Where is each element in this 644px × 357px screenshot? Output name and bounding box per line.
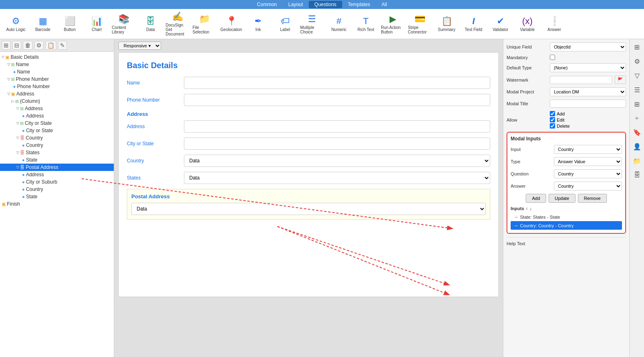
tree-country-field[interactable]: ● Country xyxy=(0,142,114,149)
tab-questions[interactable]: Questions xyxy=(309,1,342,8)
expand-postal[interactable]: ▽ xyxy=(16,165,19,169)
far-right-folder-icon[interactable]: 📁 xyxy=(631,155,643,166)
expand-city[interactable]: ▽ xyxy=(16,121,19,125)
toolbar-button[interactable]: ⬜ Button xyxy=(57,15,82,33)
tree-country-group[interactable]: ▽ 🗄 Country xyxy=(0,134,114,142)
toolbar-multiple-choice[interactable]: ☰ Multiple Choice xyxy=(299,13,325,35)
toolbar-answer[interactable]: ❕ Answer xyxy=(542,15,567,33)
far-right-bookmark-icon[interactable]: 🔖 xyxy=(631,127,643,138)
tree-postal-address[interactable]: ▽ 🗄 Postal Address xyxy=(0,164,114,171)
far-right-expand-icon[interactable]: ⊞ xyxy=(633,42,641,53)
tab-templates[interactable]: Templates xyxy=(342,1,376,8)
expand-name[interactable]: ▽ xyxy=(7,62,10,67)
expand-address-sub[interactable]: ▽ xyxy=(16,106,19,111)
expand-address[interactable]: ▽ xyxy=(7,92,10,96)
form-input-name[interactable] xyxy=(184,77,490,89)
down-arrow-icon[interactable]: ↓ xyxy=(530,206,532,211)
tree-finish[interactable]: ▣ Finish xyxy=(0,200,114,208)
toolbar-text-field[interactable]: I Text Field xyxy=(461,15,486,33)
far-right-settings-icon[interactable]: ⚙ xyxy=(633,56,642,67)
allow-edit-checkbox[interactable] xyxy=(550,117,555,122)
toolbar-ink[interactable]: ✒ Ink xyxy=(246,15,271,33)
allow-add-checkbox[interactable] xyxy=(550,111,555,116)
toolbar-variable[interactable]: (x) Variable xyxy=(515,15,540,33)
toolbar-data[interactable]: 🗄 Data xyxy=(138,15,163,33)
tree-phone-field[interactable]: ● Phone Number xyxy=(0,83,114,90)
tree-city-group[interactable]: ▽ ⊞ City or State xyxy=(0,120,114,127)
far-right-grid-icon[interactable]: ⊞ xyxy=(633,99,641,110)
tree-postal-city[interactable]: ● City or Suburb xyxy=(0,178,114,186)
lt-settings-btn[interactable]: ⚙ xyxy=(34,41,44,50)
prop-unique-field-select[interactable]: ObjectId xyxy=(550,42,626,51)
tree-basic-details[interactable]: ▽ ▣ Basic Details xyxy=(0,53,114,61)
far-right-person-icon[interactable]: 👤 xyxy=(631,141,643,152)
expand-basic-details[interactable]: ▽ xyxy=(2,55,4,59)
prop-modal-project-select[interactable]: Location DM xyxy=(550,87,626,96)
toolbar-chart[interactable]: 📊 Chart xyxy=(84,15,109,33)
lt-list-btn[interactable]: ⊟ xyxy=(12,41,21,50)
tree-address-group[interactable]: ▽ ▣ Address xyxy=(0,90,114,98)
tree-postal-address-field[interactable]: ● Address xyxy=(0,171,114,178)
prop-modal-title-input[interactable]: Postal Address xyxy=(550,100,626,108)
tree-name-field[interactable]: ● Name xyxy=(0,68,114,75)
far-right-calc-icon[interactable]: ÷ xyxy=(633,113,640,124)
tree-postal-state[interactable]: ● State xyxy=(0,193,114,200)
mi-update-btn[interactable]: Update xyxy=(549,194,575,203)
far-right-db-icon[interactable]: 🗄 xyxy=(632,170,642,180)
toolbar-autologic[interactable]: ⚙ Auto Logic xyxy=(3,15,29,33)
input-list-item-state[interactable]: → State: States - State xyxy=(511,213,622,221)
tab-all[interactable]: All xyxy=(376,1,393,8)
expand-phone[interactable]: ▽ xyxy=(7,77,10,81)
mi-question-select[interactable]: Country xyxy=(554,169,622,178)
tree-phone-group[interactable]: ▽ ⊞ Phone Number xyxy=(0,75,114,83)
toolbar-stripe-connector[interactable]: 💳 Stripe Connector xyxy=(407,13,432,35)
mi-add-btn[interactable]: Add xyxy=(526,194,546,203)
tab-common[interactable]: Common xyxy=(251,1,283,8)
far-right-filter-icon[interactable]: ▽ xyxy=(633,70,641,81)
form-select-states[interactable]: Data xyxy=(184,172,490,184)
mi-remove-btn[interactable]: Remove xyxy=(578,194,607,203)
postal-section-select[interactable]: Data xyxy=(131,203,486,215)
toolbar-file-selection[interactable]: 📁 File Selection xyxy=(192,13,217,35)
form-input-phone[interactable] xyxy=(184,94,490,106)
toolbar-summary[interactable]: 📋 Summary xyxy=(434,15,459,33)
far-right-list-icon[interactable]: ☰ xyxy=(633,84,642,95)
prop-watermark-input[interactable] xyxy=(550,76,612,84)
form-select-country[interactable]: Data xyxy=(184,155,490,167)
tree-state-field[interactable]: ● State xyxy=(0,156,114,164)
tree-name-group[interactable]: ▽ ⊞ Name xyxy=(0,61,114,68)
toolbar-barcode[interactable]: ▦ Barcode xyxy=(30,15,55,33)
lt-grid-btn[interactable]: ⊞ xyxy=(2,41,11,50)
mi-answer-select[interactable]: Country xyxy=(554,182,622,191)
form-input-address[interactable] xyxy=(184,120,490,133)
tab-layout[interactable]: Layout xyxy=(283,1,309,8)
toolbar-numeric[interactable]: # Numeric xyxy=(326,15,352,33)
expand-column[interactable]: ▷ xyxy=(11,99,14,103)
toolbar-run-action[interactable]: ▶ Run Action Button xyxy=(380,13,405,35)
tree-address-field[interactable]: ● Address xyxy=(0,112,114,120)
prop-watermark-btn[interactable]: 🚩 xyxy=(615,75,626,84)
form-input-city[interactable] xyxy=(184,137,490,150)
up-arrow-icon[interactable]: ↑ xyxy=(526,206,528,211)
toolbar-rich-text[interactable]: T Rich Text xyxy=(353,15,378,33)
tree-states-group[interactable]: ▽ 🗄 States xyxy=(0,149,114,156)
expand-states[interactable]: ▽ xyxy=(16,151,19,155)
toolbar-docusign[interactable]: ✍ DocuSign Get Document xyxy=(165,11,190,37)
input-list-item-country[interactable]: → Country: Country - Country xyxy=(511,221,622,230)
toolbar-geolocation[interactable]: 📍 Geolocation xyxy=(219,15,244,33)
toolbar-label[interactable]: 🏷 Label xyxy=(272,15,298,33)
toolbar-validator[interactable]: ✔ Validator xyxy=(488,15,513,33)
responsive-dropdown[interactable]: Responsive ▾ xyxy=(118,42,161,50)
allow-delete-checkbox[interactable] xyxy=(550,123,555,129)
lt-delete-btn[interactable]: 🗑 xyxy=(23,41,33,50)
prop-default-type-select[interactable]: (None) xyxy=(550,63,626,72)
tree-address-sub[interactable]: ▽ ⊞ Address xyxy=(0,105,114,112)
lt-copy-btn[interactable]: 📋 xyxy=(45,41,56,50)
toolbar-content-library[interactable]: 📚 Content Library xyxy=(111,13,136,35)
tree-column[interactable]: ▷ ⊞ (Column) xyxy=(0,98,114,105)
prop-mandatory-checkbox[interactable] xyxy=(550,55,555,60)
tree-city-field[interactable]: ● City or State xyxy=(0,127,114,134)
lt-edit-btn[interactable]: ✎ xyxy=(58,41,67,50)
expand-country[interactable]: ▽ xyxy=(16,136,19,140)
mi-input-select[interactable]: Country xyxy=(554,145,622,154)
